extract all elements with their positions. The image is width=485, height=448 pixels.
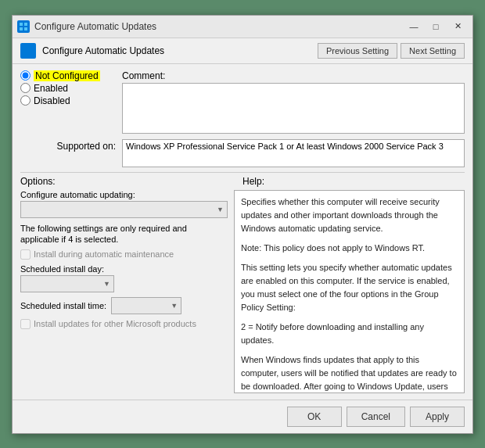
comment-label: Comment: [122,70,465,81]
radio-enabled-input[interactable] [20,83,31,93]
options-section-label: Options: [20,176,242,187]
install-maintenance-label: Install during automatic maintenance [34,249,174,259]
close-button[interactable]: ✕ [447,19,468,34]
title-bar-text: Configure Automatic Updates [34,21,399,32]
top-section: Not Configured Enabled Disabled Comment: [20,70,465,136]
svg-rect-1 [24,23,27,26]
help-p1: Specifies whether this computer will rec… [241,195,458,235]
radio-enabled-label: Enabled [34,83,68,94]
radio-not-configured[interactable]: Not Configured [20,70,122,81]
supported-row: Supported on: Windows XP Professional Se… [20,139,465,167]
scheduled-time-row: Scheduled install time: ▼ [20,297,228,314]
scheduled-day-arrow: ▼ [103,280,110,288]
svg-rect-2 [20,27,23,30]
help-section-label: Help: [242,176,465,187]
comment-textarea[interactable] [122,83,465,134]
help-p2: Note: This policy does not apply to Wind… [241,242,458,255]
scheduled-time-dropdown[interactable]: ▼ [111,297,181,314]
help-col: Specifies whether this computer will rec… [234,190,465,393]
dialog-header: Configure Automatic Updates Previous Set… [13,38,472,64]
radio-not-configured-label: Not Configured [34,70,100,81]
install-maintenance-row[interactable]: Install during automatic maintenance [20,249,228,260]
radio-disabled-label: Disabled [34,95,70,106]
previous-setting-button[interactable]: Previous Setting [318,43,397,59]
comment-section: Comment: [122,70,465,136]
svg-rect-3 [24,27,27,30]
nav-buttons: Previous Setting Next Setting [318,43,465,59]
options-col: Configure automatic updating: ▼ The foll… [20,190,228,393]
radio-group: Not Configured Enabled Disabled [20,70,122,133]
configure-dropdown-arrow: ▼ [217,206,224,213]
supported-box-wrapper: Windows XP Professional Service Pack 1 o… [122,139,465,167]
minimize-button[interactable]: — [404,19,424,34]
configure-field: Configure automatic updating: ▼ [20,190,228,218]
other-products-label: Install updates for other Microsoft prod… [34,319,196,328]
next-setting-button[interactable]: Next Setting [401,43,465,59]
title-bar: Configure Automatic Updates — □ ✕ [13,16,472,38]
scheduled-day-field: Scheduled install day: ▼ [20,264,228,292]
maximize-button[interactable]: □ [426,19,446,34]
scheduled-time-label: Scheduled install time: [20,301,106,310]
radio-not-configured-input[interactable] [20,70,31,81]
help-p4: 2 = Notify before downloading and instal… [241,321,458,347]
scheduled-time-arrow: ▼ [171,302,178,310]
main-window: Configure Automatic Updates — □ ✕ Config… [12,15,473,434]
cancel-button[interactable]: Cancel [347,407,405,427]
content-area: Not Configured Enabled Disabled Comment: [13,64,472,400]
svg-rect-0 [20,23,23,26]
note-text: The following settings are only required… [20,223,228,245]
supported-label: Supported on: [20,139,122,152]
install-maintenance-checkbox[interactable] [20,249,31,260]
two-col-section: Configure automatic updating: ▼ The foll… [20,190,465,393]
apply-button[interactable]: Apply [410,407,465,427]
comment-textarea-wrapper [122,83,465,136]
scheduled-day-dropdown[interactable]: ▼ [20,275,114,292]
radio-disabled[interactable]: Disabled [20,95,122,106]
note-text-content: The following settings are only required… [20,224,187,244]
configure-label: Configure automatic updating: [20,190,228,199]
radio-enabled[interactable]: Enabled [20,83,122,94]
help-p3: This setting lets you specify whether au… [241,261,458,314]
help-p5: When Windows finds updates that apply to… [241,353,458,393]
other-products-checkbox[interactable] [20,319,31,329]
help-text: Specifies whether this computer will rec… [241,195,458,393]
bottom-buttons: OK Cancel Apply [13,400,472,433]
dialog-header-text: Configure Automatic Updates [42,45,311,56]
scheduled-day-label: Scheduled install day: [20,264,228,274]
configure-dropdown[interactable]: ▼ [20,201,228,218]
supported-box: Windows XP Professional Service Pack 1 o… [122,139,465,167]
window-icon [17,20,30,33]
radio-disabled-input[interactable] [20,95,31,106]
other-products-row[interactable]: Install updates for other Microsoft prod… [20,319,228,329]
section-headers: Options: Help: [20,172,465,187]
ok-button[interactable]: OK [287,407,342,427]
dialog-header-icon [20,43,36,59]
title-bar-controls: — □ ✕ [404,19,468,34]
